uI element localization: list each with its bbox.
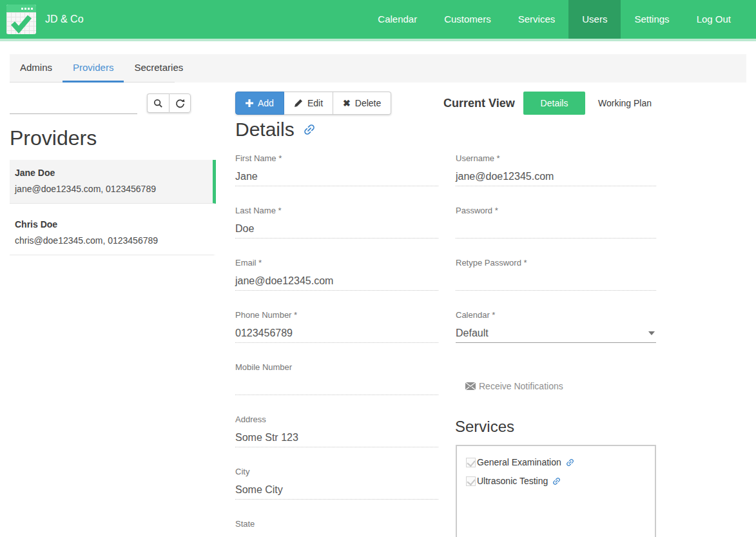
- field-password: Password *: [456, 206, 656, 239]
- mail-icon: [465, 382, 476, 390]
- field-value: Doe: [235, 220, 438, 239]
- services-heading: Services: [455, 418, 514, 436]
- edit-button[interactable]: Edit: [284, 92, 333, 115]
- field-value: [456, 272, 656, 291]
- checkbox-check-icon: [466, 476, 476, 486]
- field-label: Calendar *: [456, 310, 656, 322]
- user-type-tabbar: Admins Providers Secretaries: [10, 54, 746, 83]
- caret-down-icon: [648, 331, 655, 335]
- field-retype-password: Retype Password *: [456, 258, 656, 291]
- app-header: JD & Co Calendar Customers Services User…: [0, 0, 756, 39]
- nav-item-services[interactable]: Services: [505, 0, 569, 39]
- field-label: Email *: [235, 258, 438, 269]
- service-item-ultrasonic-testing: Ultrasonic Testing: [466, 476, 646, 486]
- provider-details: jane@doe12345.com, 0123456789: [15, 184, 205, 194]
- working-plan-view-button[interactable]: Working Plan: [592, 92, 658, 115]
- field-label: Username *: [456, 153, 656, 165]
- receive-notifications-toggle: Receive Notifications: [465, 381, 563, 391]
- field-email: Email * jane@doe12345.com: [235, 258, 438, 291]
- field-value: Some City: [235, 481, 438, 500]
- field-value: [235, 533, 438, 537]
- nav-item-calendar[interactable]: Calendar: [364, 0, 431, 39]
- details-heading: Details: [235, 119, 316, 141]
- brand-title: JD & Co: [45, 0, 84, 39]
- tab-admins[interactable]: Admins: [10, 54, 63, 83]
- field-calendar: Calendar * Default: [456, 310, 656, 343]
- field-first-name: First Name * Jane: [235, 153, 438, 186]
- service-label: General Examination: [477, 457, 561, 467]
- field-value: jane@doe12345.com: [456, 168, 656, 186]
- form-left-column: First Name * Jane Last Name * Doe Email …: [235, 153, 438, 537]
- field-value: [456, 220, 656, 239]
- provider-name: Jane Doe: [15, 168, 205, 178]
- field-label: City: [235, 467, 438, 478]
- services-box: General Examination Ultrasonic Testing: [456, 445, 656, 537]
- provider-item-jane-doe[interactable]: Jane Doe jane@doe12345.com, 0123456789: [10, 160, 216, 204]
- refresh-button[interactable]: [169, 93, 191, 113]
- refresh-icon: [175, 99, 185, 108]
- edit-button-label: Edit: [307, 98, 323, 108]
- receive-notifications-label: Receive Notifications: [479, 381, 563, 391]
- nav-item-log-out[interactable]: Log Out: [683, 0, 744, 39]
- field-label: Address: [235, 415, 438, 426]
- current-view-label: Current View: [443, 97, 515, 110]
- field-last-name: Last Name * Doe: [235, 206, 438, 239]
- field-address: Address Some Str 123: [235, 415, 438, 447]
- field-label: First Name *: [235, 153, 438, 165]
- field-phone-number: Phone Number * 0123456789: [235, 310, 438, 343]
- field-label: Mobile Number: [235, 362, 438, 374]
- field-label: Password *: [456, 206, 656, 217]
- service-label: Ultrasonic Testing: [477, 476, 548, 486]
- header-accent-strip: [0, 39, 756, 41]
- field-value: 0123456789: [235, 324, 438, 343]
- add-button-label: Add: [258, 98, 274, 108]
- field-value: Some Str 123: [235, 429, 438, 447]
- link-icon[interactable]: [565, 458, 575, 467]
- providers-heading: Providers: [10, 126, 97, 150]
- logo-calendar-dots: [21, 8, 23, 10]
- link-icon[interactable]: [299, 119, 319, 139]
- details-view-button[interactable]: Details: [523, 92, 585, 115]
- details-heading-text: Details: [235, 119, 295, 141]
- calendar-select: Default: [456, 324, 656, 343]
- plus-icon: [246, 99, 253, 107]
- provider-details: chris@doe12345.com, 0123456789: [15, 235, 205, 246]
- nav-item-users[interactable]: Users: [568, 0, 621, 39]
- field-mobile-number: Mobile Number: [235, 362, 438, 395]
- provider-name: Chris Doe: [15, 219, 205, 229]
- record-toolbar: Add Edit ✖ Delete: [235, 92, 391, 115]
- form-right-column: Username * jane@doe12345.com Password * …: [456, 153, 656, 362]
- tab-secretaries[interactable]: Secretaries: [124, 54, 193, 83]
- checkbox-check-icon: [466, 458, 476, 467]
- field-label: Phone Number *: [235, 310, 438, 322]
- user-type-tabs: Admins Providers Secretaries: [10, 54, 193, 83]
- field-value: Jane: [235, 168, 438, 186]
- delete-button-label: Delete: [355, 98, 381, 108]
- field-username: Username * jane@doe12345.com: [456, 153, 656, 186]
- search-button[interactable]: [147, 93, 169, 113]
- field-value: jane@doe12345.com: [235, 272, 438, 291]
- field-city: City Some City: [235, 467, 438, 500]
- search-input[interactable]: [10, 97, 137, 114]
- logo-calendar-icon: [6, 5, 36, 34]
- check-icon: [8, 12, 34, 34]
- field-label: State: [235, 519, 438, 531]
- search-icon: [153, 99, 163, 108]
- nav-item-customers[interactable]: Customers: [431, 0, 505, 39]
- pencil-icon: [294, 99, 303, 108]
- tab-providers[interactable]: Providers: [63, 54, 124, 83]
- service-item-general-examination: General Examination: [466, 457, 646, 467]
- field-label: Retype Password *: [456, 258, 656, 269]
- link-icon[interactable]: [552, 476, 561, 486]
- main-nav: Calendar Customers Services Users Settin…: [364, 0, 744, 39]
- field-label: Last Name *: [235, 206, 438, 217]
- field-value: [235, 376, 438, 395]
- add-button[interactable]: Add: [235, 92, 284, 115]
- x-icon: ✖: [343, 99, 351, 108]
- provider-item-chris-doe[interactable]: Chris Doe chris@doe12345.com, 0123456789: [10, 211, 216, 255]
- delete-button[interactable]: ✖ Delete: [333, 92, 391, 115]
- field-state: State: [235, 519, 438, 537]
- nav-item-settings[interactable]: Settings: [621, 0, 683, 39]
- provider-list: Jane Doe jane@doe12345.com, 0123456789 C…: [10, 160, 216, 263]
- filter-button-group: [147, 93, 191, 113]
